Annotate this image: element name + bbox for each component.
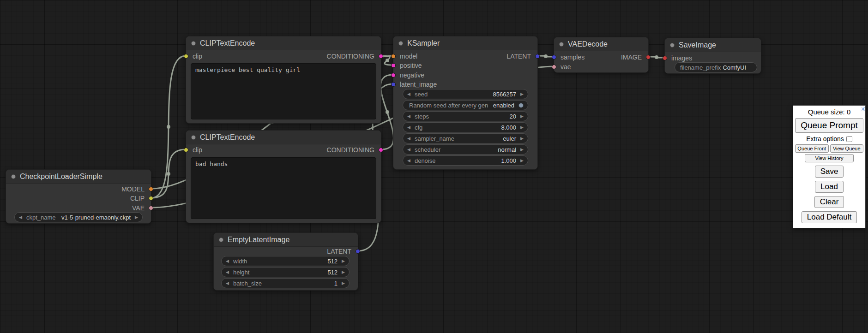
- collapse-dot-icon[interactable]: [559, 42, 564, 47]
- decrement-arrow-icon[interactable]: ◀: [19, 215, 22, 220]
- decrement-arrow-icon[interactable]: ◀: [407, 159, 410, 163]
- settings-icon[interactable]: ✳: [861, 106, 866, 113]
- collapse-dot-icon[interactable]: [398, 41, 403, 46]
- increment-arrow-icon[interactable]: ▶: [342, 259, 345, 263]
- queue-front-button[interactable]: Queue Front: [795, 144, 829, 153]
- node-title: CLIPTextEncode: [200, 133, 255, 142]
- node-title-bar[interactable]: SaveImage: [665, 38, 761, 52]
- clear-button[interactable]: Clear: [814, 196, 844, 208]
- increment-arrow-icon[interactable]: ▶: [520, 125, 524, 130]
- collapse-dot-icon[interactable]: [11, 174, 16, 179]
- decrement-arrow-icon[interactable]: ◀: [407, 92, 410, 96]
- node-title-bar[interactable]: CheckpointLoaderSimple: [6, 170, 151, 184]
- input-label: negative: [400, 71, 424, 79]
- model-input-port[interactable]: [391, 54, 396, 59]
- cfg-widget[interactable]: ◀ cfg 8.000 ▶: [403, 122, 528, 132]
- toggle-indicator-icon[interactable]: [518, 103, 524, 108]
- filename-prefix-widget[interactable]: filename_prefix ComfyUI: [675, 62, 757, 72]
- sampler-name-widget[interactable]: ◀ sampler_name euler ▶: [403, 133, 528, 143]
- node-checkpoint-loader[interactable]: CheckpointLoaderSimple MODEL CLIP VAE ◀ …: [6, 169, 151, 224]
- increment-arrow-icon[interactable]: ▶: [520, 148, 524, 152]
- clip-input-port[interactable]: [184, 148, 188, 152]
- node-clip-text-encode-positive[interactable]: CLIPTextEncode clip CONDITIONING masterp…: [186, 36, 381, 124]
- input-label: clip: [193, 146, 202, 154]
- view-queue-button[interactable]: View Queue: [830, 144, 864, 153]
- wire-latent-to-decode: [538, 56, 554, 57]
- queue-prompt-button[interactable]: Queue Prompt: [795, 118, 863, 133]
- widget-value: enabled: [493, 102, 514, 109]
- conditioning-output-port[interactable]: [379, 148, 383, 152]
- clip-output-port[interactable]: [149, 196, 153, 201]
- decrement-arrow-icon[interactable]: ◀: [407, 137, 410, 141]
- output-label: IMAGE: [621, 54, 642, 61]
- height-widget[interactable]: ◀ height 512 ▶: [221, 267, 350, 277]
- node-title-bar[interactable]: KSampler: [393, 36, 537, 50]
- collapse-dot-icon[interactable]: [219, 238, 223, 242]
- clip-input-port[interactable]: [184, 54, 188, 59]
- graph-canvas[interactable]: CheckpointLoaderSimple MODEL CLIP VAE ◀ …: [0, 0, 868, 333]
- output-label: VAE: [132, 204, 145, 212]
- output-label: LATENT: [327, 248, 351, 255]
- node-title-bar[interactable]: CLIPTextEncode: [186, 131, 381, 144]
- decrement-arrow-icon[interactable]: ◀: [226, 281, 229, 285]
- samples-input-port[interactable]: [552, 55, 556, 59]
- increment-arrow-icon[interactable]: ▶: [342, 270, 345, 274]
- node-title-bar[interactable]: VAEDecode: [554, 37, 648, 51]
- decrement-arrow-icon[interactable]: ◀: [226, 270, 229, 274]
- decrement-arrow-icon[interactable]: ◀: [407, 148, 410, 152]
- positive-prompt-textarea[interactable]: masterpiece best quality girl: [191, 63, 376, 119]
- conditioning-output-port[interactable]: [379, 54, 383, 59]
- node-title-bar[interactable]: EmptyLatentImage: [214, 233, 358, 247]
- widget-label: steps: [415, 113, 429, 120]
- node-clip-text-encode-negative[interactable]: CLIPTextEncode clip CONDITIONING bad han…: [186, 130, 381, 223]
- node-title-bar[interactable]: CLIPTextEncode: [186, 36, 381, 50]
- vae-output-port[interactable]: [149, 206, 153, 210]
- node-ksampler[interactable]: KSampler model LATENT positive negative …: [393, 36, 538, 170]
- random-seed-toggle[interactable]: Random seed after every gen enabled: [403, 100, 528, 110]
- increment-arrow-icon[interactable]: ▶: [342, 281, 345, 285]
- increment-arrow-icon[interactable]: ▶: [520, 114, 524, 119]
- batch-size-widget[interactable]: ◀ batch_size 1 ▶: [221, 278, 350, 288]
- output-label: LATENT: [506, 53, 531, 60]
- negative-input-port[interactable]: [391, 73, 396, 77]
- widget-value: 512: [327, 269, 338, 276]
- decrement-arrow-icon[interactable]: ◀: [226, 259, 229, 263]
- node-save-image[interactable]: SaveImage images filename_prefix ComfyUI: [664, 38, 761, 74]
- increment-arrow-icon[interactable]: ▶: [520, 137, 524, 141]
- save-button[interactable]: Save: [815, 166, 844, 178]
- ckpt-name-widget[interactable]: ◀ ckpt_name v1-5-pruned-emaonly.ckpt ▶: [14, 212, 143, 222]
- decrement-arrow-icon[interactable]: ◀: [407, 125, 410, 130]
- slot-row: positive: [393, 61, 537, 70]
- seed-widget[interactable]: ◀ seed 8566257 ▶: [403, 89, 528, 99]
- width-widget[interactable]: ◀ width 512 ▶: [221, 256, 350, 266]
- decrement-arrow-icon[interactable]: ◀: [407, 114, 410, 119]
- model-output-port[interactable]: [149, 187, 153, 191]
- increment-arrow-icon[interactable]: ▶: [520, 159, 524, 163]
- collapse-dot-icon[interactable]: [191, 135, 196, 140]
- slot-row: vae: [554, 62, 648, 71]
- increment-arrow-icon[interactable]: ▶: [135, 215, 138, 220]
- collapse-dot-icon[interactable]: [191, 41, 196, 46]
- widget-label: denoise: [415, 157, 436, 164]
- images-input-port[interactable]: [663, 56, 667, 60]
- widget-value: euler: [503, 135, 516, 142]
- collapse-dot-icon[interactable]: [670, 43, 675, 48]
- denoise-widget[interactable]: ◀ denoise 1.000 ▶: [403, 155, 528, 166]
- positive-input-port[interactable]: [391, 63, 396, 68]
- steps-widget[interactable]: ◀ steps 20 ▶: [403, 111, 528, 121]
- vae-input-port[interactable]: [552, 65, 556, 69]
- latent-image-input-port[interactable]: [391, 82, 396, 87]
- latent-output-port[interactable]: [356, 249, 360, 254]
- node-empty-latent-image[interactable]: EmptyLatentImage LATENT ◀ width 512 ▶ ◀ …: [213, 232, 358, 291]
- latent-output-port[interactable]: [535, 54, 540, 59]
- negative-prompt-textarea[interactable]: bad hands: [191, 157, 376, 219]
- scheduler-widget[interactable]: ◀ scheduler normal ▶: [403, 144, 528, 155]
- view-history-button[interactable]: View History: [805, 154, 854, 162]
- extra-options-checkbox[interactable]: [846, 136, 852, 142]
- slot-row: negative: [393, 71, 537, 80]
- load-default-button[interactable]: Load Default: [802, 211, 857, 223]
- load-button[interactable]: Load: [815, 181, 844, 193]
- image-output-port[interactable]: [646, 55, 651, 59]
- increment-arrow-icon[interactable]: ▶: [520, 92, 524, 96]
- node-vae-decode[interactable]: VAEDecode samples IMAGE vae: [554, 37, 649, 73]
